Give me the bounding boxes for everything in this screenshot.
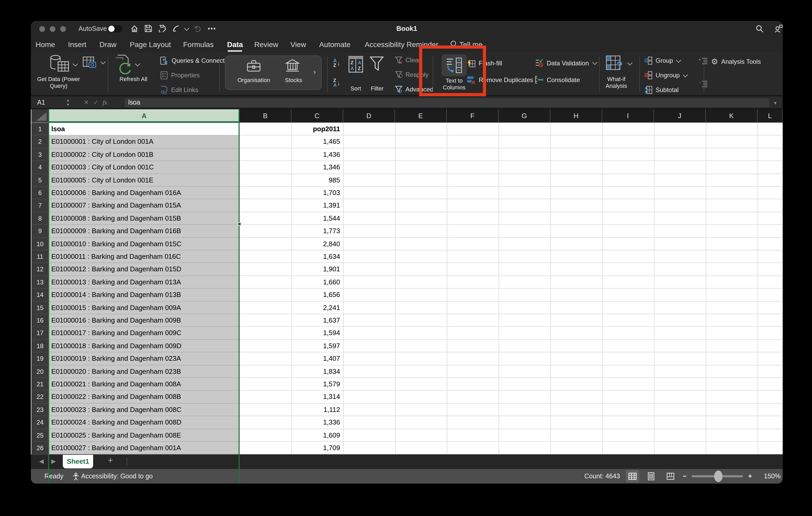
cell-c8[interactable]: 1,544 — [291, 212, 343, 225]
row-header-17[interactable]: 17 — [31, 327, 49, 340]
row-header-7[interactable]: 7 — [31, 200, 49, 212]
group-button[interactable]: Group — [645, 57, 680, 65]
cell-a13[interactable]: E01000013 : Barking and Dagenham 013A — [49, 276, 240, 289]
row-header-14[interactable]: 14 — [31, 289, 49, 301]
column-header-b[interactable]: B — [240, 109, 291, 123]
organisation-icon[interactable] — [246, 59, 261, 73]
cell-c23[interactable]: 1,112 — [291, 403, 343, 417]
row-header-11[interactable]: 11 — [31, 250, 49, 263]
zoom-slider-thumb[interactable] — [714, 471, 723, 482]
row-header-12[interactable]: 12 — [31, 263, 49, 276]
row-header-8[interactable]: 8 — [31, 212, 49, 225]
row-header-2[interactable]: 2 — [31, 136, 49, 149]
row-header-24[interactable]: 24 — [31, 416, 49, 429]
page-layout-view-icon[interactable] — [647, 472, 655, 481]
row-header-23[interactable]: 23 — [31, 403, 49, 417]
cell-a15[interactable]: E01000015 : Barking and Dagenham 009A — [49, 301, 240, 314]
cell-c22[interactable]: 1,314 — [291, 391, 343, 403]
row-header-16[interactable]: 16 — [31, 314, 49, 327]
cell-a3[interactable]: E01000002 : City of London 001B — [49, 149, 240, 161]
spreadsheet-grid[interactable]: ABCDEFGHIJKL 1lsoapop20112E01000001 : Ci… — [31, 109, 783, 454]
cell-a2[interactable]: E01000001 : City of London 001A — [49, 136, 240, 149]
sheet-next-icon[interactable]: ▶ — [51, 458, 56, 465]
cell-a24[interactable]: E01000024 : Barking and Dagenham 008D — [49, 416, 240, 429]
select-all-corner[interactable] — [31, 109, 49, 123]
cell-a5[interactable]: E01000005 : City of London 001E — [49, 174, 240, 187]
cell-c20[interactable]: 1,834 — [291, 365, 343, 378]
row-header-9[interactable]: 9 — [31, 225, 49, 238]
cell-a18[interactable]: E01000018 : Barking and Dagenham 009D — [49, 340, 240, 353]
data-type-stocks[interactable]: Stocks — [272, 77, 314, 83]
cell-a14[interactable]: E01000014 : Barking and Dagenham 013B — [49, 289, 240, 301]
column-header-a[interactable]: A — [49, 109, 240, 123]
column-header-g[interactable]: G — [499, 109, 550, 123]
cell-c10[interactable]: 2,840 — [291, 238, 343, 250]
cell-a11[interactable]: E01000011 : Barking and Dagenham 016C — [49, 250, 240, 263]
row-header-13[interactable]: 13 — [31, 276, 49, 289]
name-box[interactable]: A1 — [37, 97, 45, 108]
fill-handle[interactable] — [237, 222, 241, 225]
cell-c26[interactable]: 1,709 — [291, 442, 343, 455]
cell-a12[interactable]: E01000012 : Barking and Dagenham 015D — [49, 263, 240, 276]
cell-c14[interactable]: 1,656 — [291, 289, 343, 301]
cell-a8[interactable]: E01000008 : Barking and Dagenham 015B — [49, 212, 240, 225]
cell-a21[interactable]: E01000021 : Barking and Dagenham 008A — [49, 378, 240, 391]
sort-az-button[interactable]: AZ↓ — [333, 55, 347, 71]
ungroup-button[interactable]: Ungroup — [645, 71, 687, 80]
formula-bar-expand-icon[interactable]: ▼ — [773, 101, 778, 105]
tab-page-layout[interactable]: Page Layout — [130, 37, 171, 52]
cell-c17[interactable]: 1,594 — [291, 327, 343, 340]
tab-home[interactable]: Home — [36, 37, 55, 52]
cell-c5[interactable]: 985 — [291, 174, 343, 187]
cell-c6[interactable]: 1,703 — [291, 187, 343, 200]
column-header-h[interactable]: H — [550, 109, 602, 123]
cell-a19[interactable]: E01000019 : Barking and Dagenham 023A — [49, 352, 240, 365]
cell-c15[interactable]: 2,241 — [291, 301, 343, 314]
cell-c7[interactable]: 1,391 — [291, 200, 343, 212]
fx-icon[interactable]: fx — [103, 97, 107, 108]
filter-button[interactable]: Filter — [366, 85, 389, 92]
row-header-20[interactable]: 20 — [31, 365, 49, 378]
row-header-5[interactable]: 5 — [31, 174, 49, 187]
share-people-icon[interactable] — [774, 24, 783, 33]
row-header-18[interactable]: 18 — [31, 340, 49, 353]
column-header-f[interactable]: F — [447, 109, 499, 123]
active-cell-a1[interactable]: lsoa — [49, 123, 240, 136]
row-header-26[interactable]: 26 — [31, 442, 49, 455]
analysis-tools-button[interactable]: ⚙ Analysis Tools — [711, 58, 761, 65]
cell-c13[interactable]: 1,660 — [291, 276, 343, 289]
cell-c12[interactable]: 1,901 — [291, 263, 343, 276]
cell-a4[interactable]: E01000003 : City of London 001C — [49, 161, 240, 174]
cell-a23[interactable]: E01000023 : Barking and Dagenham 008C — [49, 403, 240, 417]
row-header-22[interactable]: 22 — [31, 391, 49, 403]
what-if-analysis-button[interactable]: What-if Analysis — [597, 76, 636, 90]
consolidate-button[interactable]: Consolidate — [535, 75, 580, 84]
hide-detail-icon[interactable] — [698, 81, 708, 88]
subtotal-button[interactable]: Subtotal — [645, 86, 678, 94]
cell-c25[interactable]: 1,609 — [291, 429, 343, 442]
sheet-tab-sheet1[interactable]: Sheet1 — [63, 455, 93, 468]
zoom-in-button[interactable]: + — [748, 469, 752, 484]
cell-c21[interactable]: 1,579 — [291, 378, 343, 391]
cell-c4[interactable]: 1,346 — [291, 161, 343, 174]
cell-a20[interactable]: E01000020 : Barking and Dagenham 023B — [49, 365, 240, 378]
cell-c18[interactable]: 1,597 — [291, 340, 343, 353]
show-detail-icon[interactable] — [698, 58, 708, 65]
column-header-c[interactable]: C — [291, 109, 343, 123]
row-header-6[interactable]: 6 — [31, 187, 49, 200]
cell-c19[interactable]: 1,407 — [291, 352, 343, 365]
search-icon[interactable] — [755, 25, 764, 33]
tab-draw[interactable]: Draw — [99, 37, 116, 52]
tab-automate[interactable]: Automate — [319, 37, 351, 52]
tab-formulas[interactable]: Formulas — [183, 37, 214, 52]
column-header-i[interactable]: I — [602, 109, 654, 123]
column-header-e[interactable]: E — [395, 109, 447, 123]
normal-view-icon[interactable] — [628, 473, 637, 480]
cell-c2[interactable]: 1,465 — [291, 136, 343, 149]
cell-a9[interactable]: E01000009 : Barking and Dagenham 016B — [49, 225, 240, 238]
data-validation-button[interactable]: Data Validation — [535, 59, 596, 67]
tab-data[interactable]: Data — [227, 37, 243, 52]
gallery-more-icon[interactable]: › — [313, 67, 316, 76]
cell-a6[interactable]: E01000006 : Barking and Dagenham 016A — [49, 187, 240, 200]
zoom-out-button[interactable]: − — [683, 469, 687, 484]
